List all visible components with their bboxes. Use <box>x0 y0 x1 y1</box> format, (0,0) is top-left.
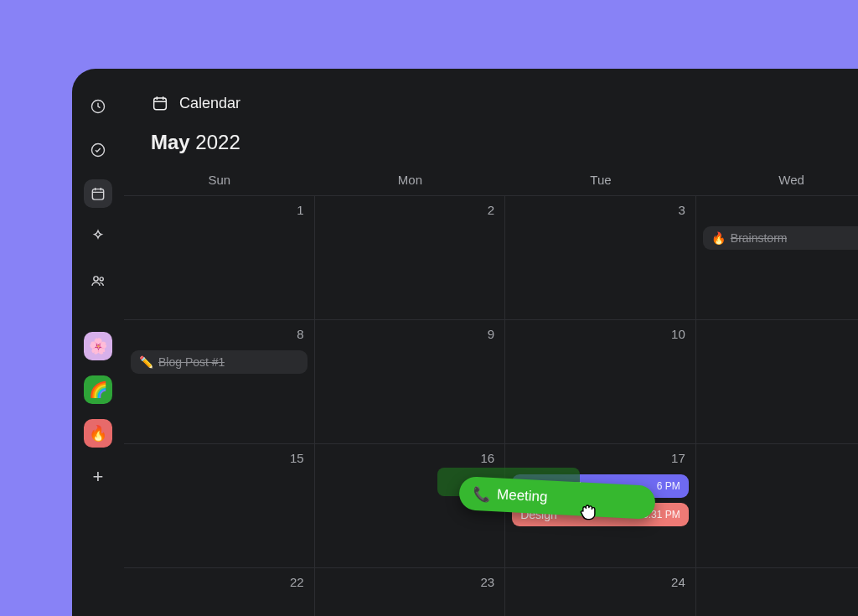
calendar-cell[interactable]: 9 <box>315 320 506 444</box>
calendar-cell[interactable]: 10 <box>505 320 696 444</box>
day-header: Wed <box>696 173 858 187</box>
clock-icon <box>90 98 106 115</box>
page-title: Calendar <box>179 95 240 112</box>
calendar-cell[interactable]: 1 <box>124 196 315 320</box>
calendar-week: 1 2 3 4 🔥Brainstorm <box>124 196 858 320</box>
calendar-cell[interactable]: 4 🔥Brainstorm <box>696 196 858 320</box>
calendar-cell[interactable]: 3 <box>505 196 696 320</box>
event-brainstorm[interactable]: 🔥Brainstorm <box>703 226 858 250</box>
day-header: Tue <box>505 173 696 187</box>
calendar-cell[interactable]: 24 <box>505 568 696 616</box>
calendar-cell[interactable]: 22 <box>124 568 315 616</box>
workspace-avatar-1[interactable]: 🌸 <box>84 332 112 360</box>
calendar-cell[interactable]: 15 <box>124 444 315 568</box>
add-workspace-button[interactable]: + <box>84 463 112 491</box>
cursor-grab-icon <box>576 500 600 523</box>
calendar-cell[interactable]: 2 <box>315 196 506 320</box>
calendar-icon <box>90 185 106 202</box>
svg-rect-5 <box>154 98 167 110</box>
sidebar-clock-button[interactable] <box>84 92 112 121</box>
sidebar-tasks-button[interactable] <box>84 136 112 164</box>
calendar-weeks: 1 2 3 4 🔥Brainstorm 8 <box>124 195 858 616</box>
calendar-cell[interactable]: 18 <box>696 444 858 568</box>
calendar-week: 8 ✏️Blog Post #1 9 10 11 <box>124 320 858 444</box>
calendar-cell[interactable]: 11 <box>696 320 858 444</box>
calendar-cell[interactable]: 25 <box>696 568 858 616</box>
app-window: 🌸 🌈 🔥 + Calendar May 2022 Sun Mon Tue We… <box>72 69 858 616</box>
day-header: Mon <box>315 173 506 187</box>
calendar-icon <box>151 94 169 112</box>
day-header: Sun <box>124 173 315 187</box>
workspace-avatar-2[interactable]: 🌈 <box>84 375 112 404</box>
calendar-cell[interactable]: 23 <box>315 568 506 616</box>
svg-rect-2 <box>92 189 103 200</box>
workspace-avatar-3[interactable]: 🔥 <box>84 419 112 448</box>
svg-point-4 <box>100 277 103 281</box>
sidebar-star-button[interactable] <box>84 223 112 251</box>
day-headers: Sun Mon Tue Wed <box>124 173 858 195</box>
phone-icon: 📞 <box>473 484 491 503</box>
event-blogpost[interactable]: ✏️Blog Post #1 <box>131 350 308 374</box>
star-icon <box>90 229 106 246</box>
people-icon <box>90 272 106 289</box>
calendar-grid: Sun Mon Tue Wed 1 2 3 4 🔥Brainstorm <box>124 173 858 616</box>
calendar-week: 22 23 24 25 <box>124 568 858 616</box>
sidebar-people-button[interactable] <box>84 267 112 295</box>
main-panel: Calendar May 2022 Sun Mon Tue Wed 1 2 3 <box>124 69 858 616</box>
sidebar: 🌸 🌈 🔥 + <box>72 69 124 616</box>
header: Calendar May 2022 <box>124 69 858 173</box>
check-circle-icon <box>90 142 106 158</box>
month-label: May 2022 <box>151 131 858 154</box>
svg-point-3 <box>94 277 98 281</box>
calendar-cell[interactable]: 8 ✏️Blog Post #1 <box>124 320 315 444</box>
sidebar-calendar-button[interactable] <box>84 179 112 208</box>
